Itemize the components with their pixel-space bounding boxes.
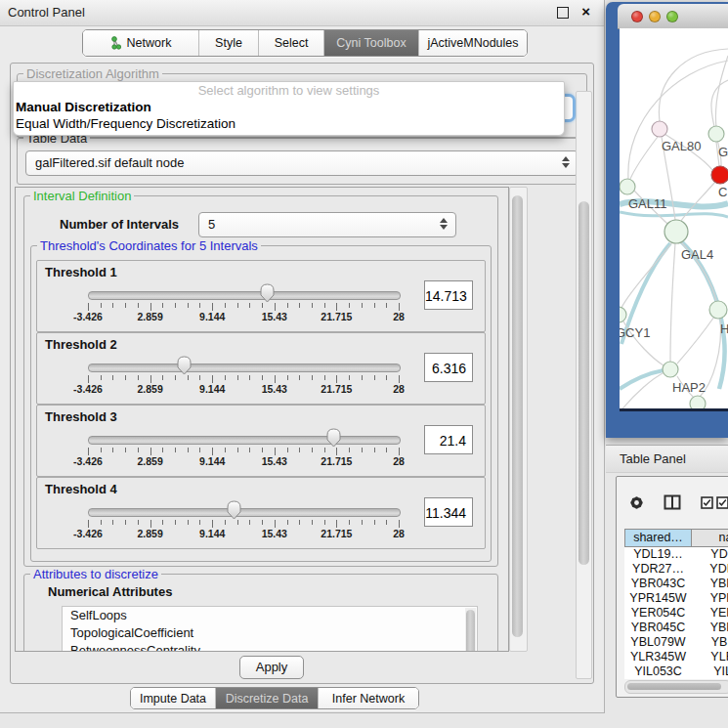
tab-label: Select [275, 36, 309, 50]
threshold-value-field[interactable]: 14.713 [424, 280, 473, 310]
column-header-0[interactable]: shared… [624, 529, 692, 547]
checkbox-icon[interactable] [701, 496, 713, 509]
network-node-label: GAL80 [662, 139, 701, 153]
threshold-value-field[interactable]: 11.344 [424, 497, 473, 527]
threshold-label: Threshold 4 [45, 482, 117, 496]
algorithm-option-equal-width[interactable]: Equal Width/Frequency Discretization [14, 115, 564, 132]
slider-track[interactable] [88, 436, 401, 445]
main-scrollbar[interactable] [576, 91, 592, 679]
table-cell: YPR1 [692, 591, 728, 606]
network-window-titlebar [618, 4, 728, 29]
threshold-card-1: Threshold 1-3.4262.8599.14415.4321.71528… [36, 260, 486, 332]
minimize-traffic-light[interactable] [649, 11, 661, 22]
slider-thumb[interactable] [227, 500, 241, 520]
table-cell: YBR0 [692, 621, 728, 635]
table-row[interactable]: YBL079WYBL0 [624, 635, 728, 650]
threshold-value-field[interactable]: 21.4 [424, 425, 473, 454]
table-row[interactable]: YER054CYER0 [624, 606, 728, 621]
tab-network[interactable]: Network [83, 30, 199, 56]
network-canvas[interactable]: GAL80GACGAL11GAL4GCY1HHAP2 [620, 28, 728, 408]
tab-impute-data[interactable]: Impute Data [131, 688, 216, 708]
threshold-value-field[interactable]: 6.316 [424, 353, 473, 382]
table-cell: YIL053C [624, 664, 692, 679]
slider-thumb[interactable] [326, 428, 341, 448]
table-row[interactable]: YBR043CYBR0 [624, 577, 728, 591]
inner-panel-scrollbar[interactable] [509, 187, 528, 652]
table-row[interactable]: YDR27…YDR2 [624, 562, 728, 577]
control-panel: Control Panel × NetworkStyleSelectCyni T… [0, 0, 605, 713]
attribute-item[interactable]: BetweennessCentrality [63, 642, 477, 652]
tab-label: Infer Network [332, 692, 405, 706]
table-data-combo[interactable]: galFiltered.sif default node [25, 150, 578, 176]
tab-discretize-data[interactable]: Discretize Data [216, 688, 319, 708]
number-of-intervals-label: Number of Intervals [60, 217, 179, 232]
threshold-label: Threshold 1 [45, 265, 117, 279]
zoom-traffic-light[interactable] [666, 11, 678, 22]
network-node-hap2[interactable] [663, 362, 678, 377]
slider-track[interactable] [88, 291, 401, 300]
network-node-gal4[interactable] [664, 220, 688, 243]
thresholds-group: Threshold's Coordinates for 5 Intervals … [30, 245, 492, 562]
thresholds-group-title: Threshold's Coordinates for 5 Intervals [37, 238, 261, 253]
apply-button[interactable]: Apply [239, 656, 304, 679]
algorithm-option-manual[interactable]: Manual Discretization [14, 99, 564, 115]
gear-icon[interactable] [628, 494, 645, 511]
network-node-ga[interactable] [708, 126, 724, 142]
table-cell: YDL1 [692, 547, 728, 562]
threshold-label: Threshold 3 [45, 409, 117, 424]
algorithm-hint: Select algorithm to view settings [14, 82, 564, 99]
threshold-card-3: Threshold 3-3.4262.8599.14415.4321.71528… [36, 405, 486, 477]
tab-select[interactable]: Select [259, 30, 324, 56]
tab-style[interactable]: Style [199, 30, 259, 56]
table-row[interactable]: YBR045CYBR0 [624, 621, 728, 635]
table-cell: YLR345W [624, 650, 692, 664]
close-icon[interactable]: × [581, 3, 590, 21]
table-rows: YDL19…YDL1YDR27…YDR2YBR043CYBR0YPR145WYP… [624, 547, 728, 679]
network-node-gal11[interactable] [620, 179, 635, 194]
attribute-item[interactable]: TopologicalCoefficient [63, 624, 477, 642]
slider-track[interactable] [88, 508, 401, 517]
network-window-bottom-edge [620, 408, 728, 411]
network-node[interactable] [690, 396, 706, 408]
table-row[interactable]: YIL053CYIL0 [624, 664, 728, 679]
network-node-label: C [718, 185, 727, 199]
table-panel-header: Table Panel [606, 445, 728, 473]
slider-tick-labels: -3.4262.8599.14415.4321.71528 [37, 528, 485, 541]
slider-tick-labels: -3.4262.8599.14415.4321.71528 [37, 311, 485, 324]
number-of-intervals-combo[interactable]: 5 [198, 212, 456, 237]
tab-label: Discretize Data [226, 692, 309, 706]
network-node-gal80[interactable] [652, 121, 667, 137]
network-node-label: GAL11 [628, 196, 667, 211]
split-columns-icon[interactable] [664, 494, 681, 510]
tab-label: Cyni Toolbox [336, 36, 406, 50]
network-node-gcy1[interactable] [620, 307, 626, 322]
network-node-label: GCY1 [620, 325, 650, 340]
tab-infer-network[interactable]: Infer Network [319, 688, 418, 708]
table-row[interactable]: YPR145WYPR1 [624, 591, 728, 606]
column-header-1[interactable]: na [692, 529, 728, 547]
table-toolbar [617, 477, 728, 526]
table-cell: YER054C [624, 606, 692, 621]
network-node-h[interactable] [709, 301, 727, 319]
table-panel: shared…na YDL19…YDL1YDR27…YDR2YBR043CYBR… [616, 476, 728, 698]
table-row[interactable]: YDL19…YDL1 [624, 547, 728, 562]
tab-jactivemnodules[interactable]: jActiveMNodules [419, 30, 527, 56]
tab-cyni-toolbox[interactable]: Cyni Toolbox [324, 30, 419, 56]
slider-thumb[interactable] [260, 283, 275, 303]
numerical-attributes-label: Numerical Attributes [48, 584, 172, 599]
attribute-item[interactable]: SelfLoops [63, 607, 477, 624]
float-window-icon[interactable] [557, 7, 569, 19]
table-cell: YDR2 [692, 562, 728, 577]
table-row[interactable]: YLR345WYLR3 [624, 650, 728, 664]
slider-track[interactable] [88, 364, 401, 372]
slider-thumb[interactable] [177, 356, 192, 375]
close-traffic-light[interactable] [631, 11, 643, 22]
cyni-toolbox-content: Discretization Algorithm Select algorith… [10, 63, 594, 684]
table-horizontal-scrollbar[interactable] [624, 680, 728, 694]
network-node-c[interactable] [711, 166, 728, 184]
slider-tick-labels: -3.4262.8599.14415.4321.71528 [37, 383, 485, 397]
network-window: GAL80GACGAL11GAL4GCY1HHAP2 [606, 2, 728, 438]
checkbox-icon[interactable] [716, 496, 728, 509]
attributes-list-scrollbar[interactable] [465, 608, 476, 652]
control-panel-titlebar: Control Panel × [0, 0, 604, 26]
